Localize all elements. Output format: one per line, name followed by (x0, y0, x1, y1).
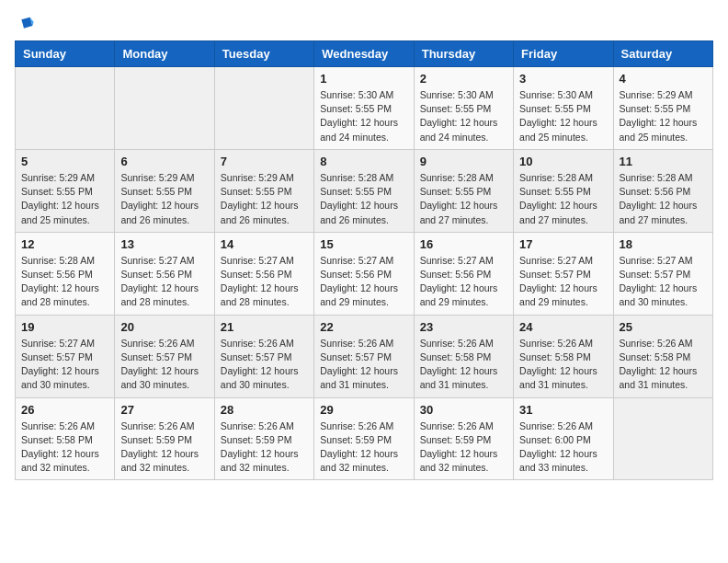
day-number: 29 (320, 403, 407, 417)
day-number: 18 (620, 237, 707, 251)
calendar-cell: 29Sunrise: 5:26 AM Sunset: 5:59 PM Dayli… (314, 397, 414, 480)
calendar-cell (115, 67, 214, 150)
calendar-week-row: 26Sunrise: 5:26 AM Sunset: 5:58 PM Dayli… (16, 397, 713, 480)
day-number: 26 (21, 403, 108, 417)
calendar-cell: 24Sunrise: 5:26 AM Sunset: 5:58 PM Dayli… (514, 315, 613, 397)
day-number: 25 (620, 320, 707, 334)
day-number: 10 (519, 155, 607, 168)
calendar-cell: 4Sunrise: 5:29 AM Sunset: 5:55 PM Daylig… (613, 67, 712, 150)
header-monday: Monday (115, 41, 214, 67)
header-friday: Friday (514, 41, 613, 67)
day-info: Sunrise: 5:27 AM Sunset: 5:57 PM Dayligh… (519, 254, 607, 310)
day-number: 17 (519, 237, 607, 251)
day-info: Sunrise: 5:26 AM Sunset: 5:59 PM Dayligh… (221, 419, 308, 476)
day-number: 16 (420, 237, 507, 251)
day-info: Sunrise: 5:29 AM Sunset: 5:55 PM Dayligh… (120, 171, 208, 227)
day-number: 11 (620, 155, 707, 168)
day-info: Sunrise: 5:30 AM Sunset: 5:55 PM Dayligh… (420, 88, 507, 144)
calendar-cell: 2Sunrise: 5:30 AM Sunset: 5:55 PM Daylig… (414, 67, 513, 150)
calendar-cell: 13Sunrise: 5:27 AM Sunset: 5:56 PM Dayli… (115, 232, 214, 315)
calendar-cell: 25Sunrise: 5:26 AM Sunset: 5:58 PM Dayli… (613, 315, 712, 397)
header-saturday: Saturday (613, 41, 712, 67)
day-number: 9 (420, 155, 507, 168)
calendar-cell: 19Sunrise: 5:27 AM Sunset: 5:57 PM Dayli… (16, 315, 115, 397)
day-info: Sunrise: 5:29 AM Sunset: 5:55 PM Dayligh… (21, 171, 108, 227)
calendar-cell: 21Sunrise: 5:26 AM Sunset: 5:57 PM Dayli… (214, 315, 313, 397)
day-info: Sunrise: 5:27 AM Sunset: 5:57 PM Dayligh… (21, 337, 108, 393)
day-number: 12 (21, 237, 108, 251)
calendar-cell: 1Sunrise: 5:30 AM Sunset: 5:55 PM Daylig… (314, 67, 414, 150)
calendar-cell: 12Sunrise: 5:28 AM Sunset: 5:56 PM Dayli… (16, 232, 115, 315)
day-info: Sunrise: 5:26 AM Sunset: 5:58 PM Dayligh… (420, 337, 507, 393)
day-info: Sunrise: 5:26 AM Sunset: 5:59 PM Dayligh… (320, 419, 407, 476)
calendar-cell: 5Sunrise: 5:29 AM Sunset: 5:55 PM Daylig… (16, 149, 115, 232)
day-number: 14 (221, 237, 308, 251)
header-sunday: Sunday (16, 41, 115, 67)
day-info: Sunrise: 5:26 AM Sunset: 5:59 PM Dayligh… (420, 419, 507, 476)
calendar-week-row: 12Sunrise: 5:28 AM Sunset: 5:56 PM Dayli… (16, 232, 713, 315)
header (15, 15, 713, 33)
calendar-cell: 18Sunrise: 5:27 AM Sunset: 5:57 PM Dayli… (613, 232, 712, 315)
day-number: 24 (519, 320, 607, 334)
day-number: 2 (420, 72, 507, 86)
day-number: 8 (320, 155, 407, 168)
day-info: Sunrise: 5:26 AM Sunset: 5:59 PM Dayligh… (120, 419, 208, 476)
calendar-cell: 17Sunrise: 5:27 AM Sunset: 5:57 PM Dayli… (514, 232, 613, 315)
day-number: 3 (519, 72, 607, 86)
day-number: 27 (120, 403, 208, 417)
day-info: Sunrise: 5:29 AM Sunset: 5:55 PM Dayligh… (221, 171, 308, 227)
calendar-cell: 31Sunrise: 5:26 AM Sunset: 6:00 PM Dayli… (514, 397, 613, 480)
calendar-week-row: 5Sunrise: 5:29 AM Sunset: 5:55 PM Daylig… (16, 149, 713, 232)
day-info: Sunrise: 5:26 AM Sunset: 5:58 PM Dayligh… (21, 419, 108, 476)
calendar-cell: 16Sunrise: 5:27 AM Sunset: 5:56 PM Dayli… (414, 232, 513, 315)
calendar-cell: 14Sunrise: 5:27 AM Sunset: 5:56 PM Dayli… (214, 232, 313, 315)
day-number: 6 (120, 155, 208, 168)
day-number: 23 (420, 320, 507, 334)
calendar-header-row: SundayMondayTuesdayWednesdayThursdayFrid… (16, 41, 713, 67)
day-number: 20 (120, 320, 208, 334)
calendar-cell: 28Sunrise: 5:26 AM Sunset: 5:59 PM Dayli… (214, 397, 313, 480)
calendar-cell: 22Sunrise: 5:26 AM Sunset: 5:57 PM Dayli… (314, 315, 414, 397)
logo-icon (17, 15, 35, 33)
day-number: 5 (21, 155, 108, 168)
header-thursday: Thursday (414, 41, 513, 67)
day-info: Sunrise: 5:28 AM Sunset: 5:55 PM Dayligh… (320, 171, 407, 227)
calendar-cell: 26Sunrise: 5:26 AM Sunset: 5:58 PM Dayli… (16, 397, 115, 480)
day-info: Sunrise: 5:27 AM Sunset: 5:57 PM Dayligh… (620, 254, 707, 310)
calendar-week-row: 19Sunrise: 5:27 AM Sunset: 5:57 PM Dayli… (16, 315, 713, 397)
day-info: Sunrise: 5:28 AM Sunset: 5:55 PM Dayligh… (420, 171, 507, 227)
day-info: Sunrise: 5:28 AM Sunset: 5:56 PM Dayligh… (620, 171, 707, 227)
day-number: 7 (221, 155, 308, 168)
logo (15, 15, 39, 33)
calendar-table: SundayMondayTuesdayWednesdayThursdayFrid… (15, 40, 713, 480)
calendar-cell (613, 397, 712, 480)
day-info: Sunrise: 5:26 AM Sunset: 5:57 PM Dayligh… (221, 337, 308, 393)
day-info: Sunrise: 5:26 AM Sunset: 5:58 PM Dayligh… (519, 337, 607, 393)
day-number: 15 (320, 237, 407, 251)
calendar-cell (214, 67, 313, 150)
day-info: Sunrise: 5:29 AM Sunset: 5:55 PM Dayligh… (620, 88, 707, 144)
calendar-cell: 15Sunrise: 5:27 AM Sunset: 5:56 PM Dayli… (314, 232, 414, 315)
day-info: Sunrise: 5:27 AM Sunset: 5:56 PM Dayligh… (120, 254, 208, 310)
calendar-cell: 27Sunrise: 5:26 AM Sunset: 5:59 PM Dayli… (115, 397, 214, 480)
day-info: Sunrise: 5:28 AM Sunset: 5:56 PM Dayligh… (21, 254, 108, 310)
day-info: Sunrise: 5:27 AM Sunset: 5:56 PM Dayligh… (320, 254, 407, 310)
header-tuesday: Tuesday (214, 41, 313, 67)
day-number: 28 (221, 403, 308, 417)
day-info: Sunrise: 5:27 AM Sunset: 5:56 PM Dayligh… (420, 254, 507, 310)
calendar-cell: 9Sunrise: 5:28 AM Sunset: 5:55 PM Daylig… (414, 149, 513, 232)
calendar-cell (16, 67, 115, 150)
calendar-cell: 7Sunrise: 5:29 AM Sunset: 5:55 PM Daylig… (214, 149, 313, 232)
day-info: Sunrise: 5:28 AM Sunset: 5:55 PM Dayligh… (519, 171, 607, 227)
day-info: Sunrise: 5:30 AM Sunset: 5:55 PM Dayligh… (519, 88, 607, 144)
calendar-cell: 6Sunrise: 5:29 AM Sunset: 5:55 PM Daylig… (115, 149, 214, 232)
calendar-cell: 3Sunrise: 5:30 AM Sunset: 5:55 PM Daylig… (514, 67, 613, 150)
day-info: Sunrise: 5:26 AM Sunset: 5:58 PM Dayligh… (620, 337, 707, 393)
calendar-cell: 11Sunrise: 5:28 AM Sunset: 5:56 PM Dayli… (613, 149, 712, 232)
day-number: 13 (120, 237, 208, 251)
day-info: Sunrise: 5:26 AM Sunset: 6:00 PM Dayligh… (519, 419, 607, 476)
calendar-cell: 10Sunrise: 5:28 AM Sunset: 5:55 PM Dayli… (514, 149, 613, 232)
day-number: 4 (620, 72, 707, 86)
calendar-cell: 23Sunrise: 5:26 AM Sunset: 5:58 PM Dayli… (414, 315, 513, 397)
day-info: Sunrise: 5:26 AM Sunset: 5:57 PM Dayligh… (120, 337, 208, 393)
